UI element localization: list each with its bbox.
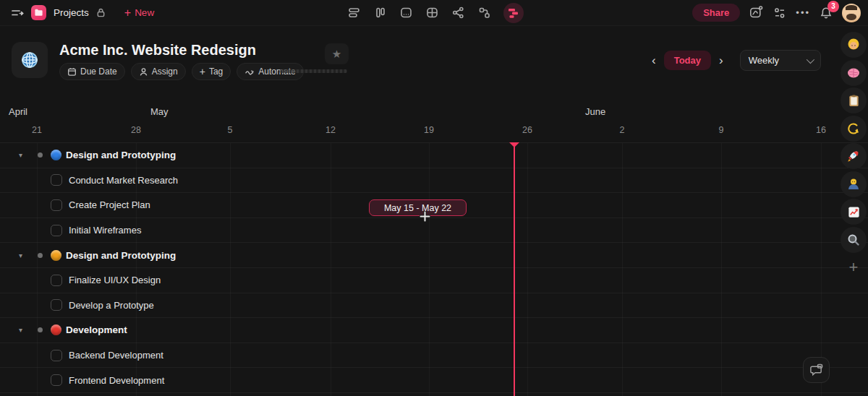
project-progress-bar [279,69,347,73]
prev-period-button[interactable]: ‹ [650,54,658,66]
chat-bot-icon [809,363,824,377]
task-label[interactable]: Initial Wireframes [69,225,141,236]
ai-chat-button[interactable] [803,357,830,383]
workspace-label[interactable]: Projects [54,7,89,18]
collapse-caret-icon[interactable]: ▾ [19,151,29,159]
top-bar: Projects + New [0,0,868,26]
task-row[interactable]: Finalize UI/UX Design [0,268,868,293]
sidebar-toggle-icon[interactable] [10,6,25,20]
collapse-caret-icon[interactable]: ▾ [19,251,29,259]
next-period-button[interactable]: › [717,54,726,66]
group-label[interactable]: Design and Prototyping [66,250,176,261]
group-row[interactable]: ▾ Development [0,318,868,343]
task-checkbox[interactable] [51,174,62,186]
range-select-value: Weekly [749,55,779,66]
task-checkbox[interactable] [51,350,62,361]
task-label[interactable]: Backend Development [69,350,163,361]
date-tick: 28 [131,125,141,135]
notification-badge: 3 [827,1,839,12]
notifications-button[interactable]: 3 [819,6,833,20]
automation-icon [244,67,255,77]
more-options-icon[interactable]: ••• [796,7,810,18]
woman-emoji-icon[interactable] [841,32,867,58]
dizzy-emoji-icon[interactable] [841,116,867,142]
task-checkbox[interactable] [51,374,62,386]
range-select[interactable]: Weekly [740,50,821,71]
page-title[interactable]: Acme Inc. Website Redesign [59,42,256,59]
share-button[interactable]: Share [692,4,740,22]
due-date-label: Due Date [80,66,117,77]
task-checkbox[interactable] [51,199,62,211]
list-view-icon[interactable] [347,6,361,20]
task-label[interactable]: Finalize UI/UX Design [69,275,161,285]
task-row[interactable]: Backend Development [0,343,868,369]
bullet-dot-icon [38,152,43,158]
month-label: May [150,106,169,117]
workflow-view-icon[interactable] [477,6,491,20]
lock-icon [95,7,106,18]
display-settings-icon[interactable] [773,6,787,20]
date-tick: 9 [719,125,724,135]
month-label: April [9,106,27,117]
due-date-button[interactable]: Due Date [59,63,125,80]
group-row[interactable]: ▾ Design and Prototyping [0,243,868,268]
brain-emoji-icon[interactable] [841,60,867,86]
clipboard-emoji-icon[interactable] [841,87,867,113]
task-row[interactable]: Frontend Development [0,368,868,393]
rocket-emoji-icon[interactable] [841,143,867,169]
group-label[interactable]: Design and Prototyping [66,150,176,160]
person-icon [139,67,148,77]
month-label: June [585,106,605,117]
date-tick: 2 [620,125,625,135]
emoji-dock: + [841,32,867,280]
star-icon: ★ [332,48,341,61]
dock-add-button[interactable]: + [841,254,867,280]
task-label[interactable]: Create Project Plan [69,199,150,210]
tag-button[interactable]: + Tag [192,63,231,80]
today-button[interactable]: Today [664,51,711,70]
group-color-icon [51,150,61,160]
date-tick: 21 [32,125,42,135]
task-checkbox[interactable] [51,299,62,311]
plus-icon: + [124,7,131,19]
chart-emoji-icon[interactable] [841,199,867,225]
insights-icon[interactable] [749,5,764,20]
task-checkbox[interactable] [51,275,62,286]
calendar-icon [67,67,77,77]
project-header: Acme Inc. Website Redesign ★ Due Date As… [0,26,868,101]
network-view-icon[interactable] [451,6,465,20]
date-tick: 19 [424,125,434,135]
task-grid: ▾ Design and Prototyping Conduct Market … [0,142,868,396]
task-date-range-pill[interactable]: May 15 - May 22 [369,199,467,216]
favorite-star-button[interactable]: ★ [325,43,349,64]
magnifier-emoji-icon[interactable] [841,227,867,253]
bullet-dot-icon [38,253,43,258]
project-globe-icon[interactable] [12,42,48,78]
gantt-timeline: April May June 21 28 5 12 19 26 2 9 16 ▾… [0,101,868,396]
task-label[interactable]: Conduct Market Research [69,175,178,186]
group-label[interactable]: Development [66,324,127,335]
table-view-icon[interactable] [425,6,439,20]
board-view-icon[interactable] [373,6,387,20]
group-color-icon [51,250,61,261]
group-row[interactable]: ▾ Design and Prototyping [0,143,868,168]
person-emoji-icon[interactable] [841,171,867,197]
workspace-folder-icon[interactable] [31,5,46,20]
task-row[interactable]: Conduct Market Research [0,168,868,194]
calendar-view-icon[interactable] [399,6,413,20]
task-row[interactable]: Initial Wireframes [0,218,868,244]
task-label[interactable]: Frontend Development [69,375,164,386]
today-marker-line [514,145,515,396]
task-checkbox[interactable] [51,225,62,236]
date-tick: 16 [816,125,826,135]
task-row[interactable]: Develop a Prototype [0,293,868,319]
collapse-caret-icon[interactable]: ▾ [19,326,29,334]
gantt-view-icon-active[interactable] [503,3,524,23]
group-color-icon [51,324,61,335]
assign-button[interactable]: Assign [131,63,186,80]
task-label[interactable]: Develop a Prototype [69,300,154,311]
new-button[interactable]: + New [124,7,154,19]
bullet-dot-icon [38,327,43,332]
user-avatar[interactable] [842,4,861,22]
new-button-label: New [135,7,154,18]
